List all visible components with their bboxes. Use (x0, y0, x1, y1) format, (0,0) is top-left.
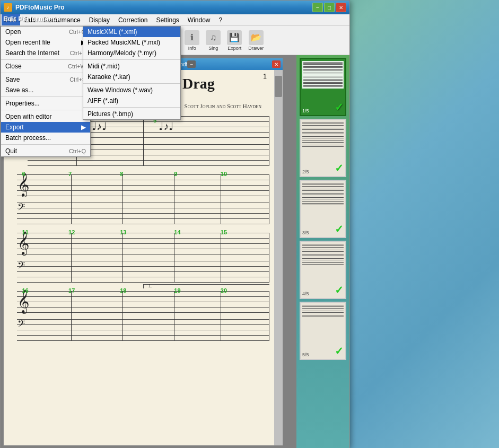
treble-clef-4: 𝄞 (17, 291, 29, 311)
title-bar-buttons: − □ ✕ (312, 3, 346, 12)
treble-clef-3: 𝄞 (17, 233, 29, 253)
menu-quit[interactable]: Quit Ctrl+Q (1, 146, 90, 156)
thumb-num-2: 2/5 (302, 169, 309, 174)
barline-3 (269, 116, 269, 165)
thumb-num-4: 4/5 (302, 291, 309, 296)
measure-num-11: 11 (22, 229, 29, 235)
minimize-button[interactable]: − (312, 3, 323, 12)
thumb-image-2: ✓ 2/5 (300, 119, 346, 177)
menu-close[interactable]: Close Ctrl+W (1, 61, 90, 72)
menu-display[interactable]: Display (85, 14, 114, 25)
performance-edit-label: Edit Performance (3, 15, 60, 23)
menu-batch[interactable]: Batch process... (1, 133, 90, 143)
thumbnail-4[interactable]: ✓ 4/5 (300, 241, 346, 299)
thumb-num-1: 1/5 (302, 108, 309, 113)
sing-label: Sing (208, 46, 218, 51)
barline-2 (143, 116, 144, 165)
measure-num-20: 20 (221, 287, 227, 294)
menu-export[interactable]: Export ▶ (1, 122, 90, 133)
export-pictures[interactable]: Pictures (*.bmp) (83, 109, 180, 119)
right-panel: ✓ 1/5 (296, 55, 349, 448)
measure-num-18: 18 (120, 287, 126, 294)
measure-num-15: 15 (221, 229, 227, 235)
sub-close-button[interactable]: ✕ (272, 60, 281, 68)
bass-staff-2 (17, 203, 269, 224)
measure-num-19: 19 (174, 287, 180, 294)
thumb-check-1: ✓ (335, 101, 344, 113)
title-bar: ♪ PDFtoMusic Pro − □ ✕ (1, 1, 349, 14)
menu-help[interactable]: ? (215, 14, 227, 25)
thumb-num-5: 5/5 (302, 352, 309, 357)
vertical-scrollbar[interactable] (274, 70, 283, 445)
thumb-check-3: ✓ (335, 223, 344, 235)
menu-open-editor[interactable]: Open with editor (1, 111, 90, 122)
close-button[interactable]: ✕ (336, 3, 346, 12)
staff-system-2: 𝄞 𝄢 6 7 8 9 10 (14, 172, 272, 227)
menu-search-internet[interactable]: Search the Internet Ctrl+F (1, 48, 90, 58)
thumb-image-3: ✓ 3/5 (300, 180, 346, 238)
menu-sep-5 (1, 144, 90, 145)
menu-window[interactable]: Window (183, 14, 215, 25)
page-number: 1 (263, 73, 267, 80)
menu-sep-1 (1, 59, 90, 60)
menu-save-as[interactable]: Save as... (1, 85, 90, 95)
export-button[interactable]: 💾 Export (225, 29, 244, 52)
bass-clef-2: 𝄢 (17, 203, 25, 214)
staff-system-3: 𝄞 𝄢 11 12 13 14 15 (14, 230, 272, 286)
app-icon: ♪ (4, 3, 12, 12)
treble-staff-3 (17, 233, 269, 254)
thumbnail-2[interactable]: ✓ 2/5 (300, 119, 346, 177)
app-window: ♪ PDFtoMusic Pro − □ ✕ File Edit Perform… (0, 0, 350, 448)
staff-system-4: 𝄞 𝄢 1. 16 17 18 19 20 (14, 288, 272, 344)
app-title: PDFtoMusic Pro (15, 4, 312, 11)
scroll-thumb[interactable] (275, 76, 282, 97)
export-karaoke[interactable]: Karaoke (*.kar) (83, 72, 180, 82)
export-harmony-melody[interactable]: Harmony/Melody (*.myr) (83, 48, 180, 58)
maximize-button[interactable]: □ (324, 3, 335, 12)
export-midi[interactable]: Midi (*.mid) (83, 61, 180, 72)
thumb-image-4: ✓ 4/5 (300, 241, 346, 299)
measure-num-6: 6 (22, 171, 25, 177)
bass-clef-3: 𝄢 (17, 261, 25, 273)
menu-save[interactable]: Save Ctrl+S (1, 74, 90, 85)
export-aiff[interactable]: AIFF (*.aif) (83, 95, 180, 106)
menu-open-recent[interactable]: Open recent file ▶ (1, 37, 90, 48)
sing-icon: ♫ (206, 30, 221, 45)
measure-num-16: 16 (22, 287, 29, 294)
measure-num-17: 17 (68, 287, 75, 294)
export-sep-3 (83, 107, 180, 108)
thumbnail-1[interactable]: ✓ 1/5 (300, 58, 346, 116)
menu-open[interactable]: Open Ctrl+O (1, 27, 90, 37)
menu-properties[interactable]: Properties... (1, 98, 90, 109)
thumb-check-2: ✓ (335, 162, 344, 174)
drawer-button[interactable]: 📂 Drawer (246, 29, 266, 52)
export-musicxml[interactable]: MusicXML (*.xml) (83, 27, 180, 37)
measure-num-13: 13 (120, 229, 126, 235)
thumb-check-4: ✓ (335, 284, 344, 296)
menu-correction[interactable]: Correction (114, 14, 152, 25)
thumb-image-1: ✓ 1/5 (300, 58, 346, 116)
thumb-check-5: ✓ (335, 345, 344, 357)
menu-sep-4 (1, 110, 90, 110)
thumbnail-3[interactable]: ✓ 3/5 (300, 180, 346, 238)
bass-clef-4: 𝄢 (17, 319, 25, 331)
info-button[interactable]: ℹ Info (182, 29, 202, 52)
export-wave[interactable]: Wave Windows (*.wav) (83, 85, 180, 95)
info-label: Info (188, 46, 196, 51)
file-menu-dropdown: Open Ctrl+O Open recent file ▶ Search th… (1, 26, 91, 157)
measure-num-14: 14 (174, 229, 180, 235)
sing-button[interactable]: ♫ Sing (204, 29, 223, 52)
thumbnail-5[interactable]: ✓ 5/5 (300, 302, 346, 360)
export-packed-musicxml[interactable]: Packed MusicXML (*.mxl) (83, 37, 180, 48)
thumb-num-3: 3/5 (302, 230, 309, 235)
sub-minimize-button[interactable]: − (187, 60, 196, 68)
thumb-image-5: ✓ 5/5 (300, 302, 346, 360)
menu-sep-2 (1, 73, 90, 73)
treble-clef-2: 𝄞 (17, 174, 29, 195)
bass-staff-4 (17, 319, 269, 340)
menu-settings[interactable]: Settings (152, 14, 183, 25)
export-sep-1 (83, 59, 180, 60)
treble-staff-4 (17, 291, 269, 312)
measure-num-10: 10 (221, 171, 227, 177)
drawer-label: Drawer (248, 46, 264, 51)
